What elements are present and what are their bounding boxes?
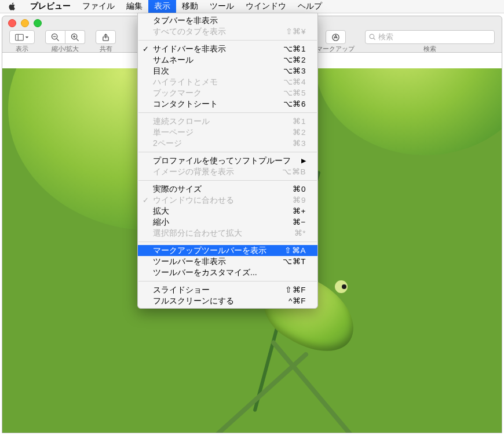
menu-shortcut: ⌘−	[282, 217, 306, 228]
menu-shortcut: ⌥⌘2	[273, 54, 306, 65]
menu-shortcut: ⌘1	[282, 116, 306, 127]
menu-item-label: サイドバーを非表示	[153, 43, 226, 54]
zoom-in-button[interactable]	[65, 30, 85, 44]
menu-separator	[138, 112, 317, 113]
menu-item-label: 2ページ	[153, 138, 182, 149]
menu-item-25[interactable]: ツールバーをカスタマイズ...	[138, 267, 317, 278]
menu-item-label: スライドショー	[153, 284, 210, 295]
menu-item-17[interactable]: 実際のサイズ⌘0	[138, 184, 317, 195]
menu-item-label: イメージの背景を表示	[153, 166, 234, 177]
menubar-item-5[interactable]: ウインドウ	[240, 0, 292, 13]
fullscreen-window-button[interactable]	[34, 19, 42, 27]
menu-item-label: すべてのタブを表示	[153, 26, 226, 37]
menu-shortcut: ⇧⌘A	[274, 245, 306, 256]
menu-shortcut: ⌘0	[282, 184, 306, 195]
menubar-item-1[interactable]: 編集	[120, 0, 148, 13]
view-label: 表示	[16, 45, 28, 53]
menu-shortcut: ⌥⌘B	[272, 166, 306, 177]
menu-item-label: タブバーを非表示	[153, 15, 218, 26]
menu-item-5[interactable]: 目次⌥⌘3	[138, 65, 317, 76]
menu-item-12: 2ページ⌘3	[138, 138, 317, 149]
menu-shortcut: ^⌘F	[278, 295, 306, 306]
menu-item-11: 単一ページ⌘2	[138, 127, 317, 138]
menu-item-28[interactable]: フルスクリーンにする^⌘F	[138, 295, 317, 306]
menu-item-14[interactable]: プロファイルを使ってソフトプルーフ▶	[138, 155, 317, 166]
menu-shortcut: ⌥⌘T	[272, 256, 306, 267]
menu-item-20[interactable]: 縮小⌘−	[138, 217, 317, 228]
search-placeholder: 検索	[378, 32, 393, 42]
menu-shortcut: ⌥⌘1	[273, 43, 306, 54]
menu-item-3[interactable]: ✓サイドバーを非表示⌥⌘1	[138, 43, 317, 54]
view-menu-dropdown: タブバーを非表示すべてのタブを表示⇧⌘¥✓サイドバーを非表示⌥⌘1サムネール⌥⌘…	[137, 13, 318, 309]
share-label: 共有	[100, 45, 112, 53]
menubar: プレビュー ファイル編集表示移動ツールウインドウヘルプ	[0, 0, 504, 13]
submenu-arrow-icon: ▶	[291, 155, 306, 166]
menu-shortcut: ⇧⌘F	[275, 284, 306, 295]
menu-separator	[138, 281, 317, 282]
menubar-item-6[interactable]: ヘルプ	[292, 0, 328, 13]
menu-item-label: ウインドウに合わせる	[153, 195, 234, 206]
menu-shortcut: ⌘2	[282, 127, 306, 138]
menubar-item-4[interactable]: ツール	[204, 0, 240, 13]
traffic-lights	[8, 19, 42, 27]
menubar-item-0[interactable]: ファイル	[76, 0, 120, 13]
svg-line-12	[374, 38, 375, 40]
menu-item-4[interactable]: サムネール⌥⌘2	[138, 54, 317, 65]
menu-item-label: プロファイルを使ってソフトプルーフ	[153, 155, 291, 166]
menu-item-23[interactable]: マークアップツールバーを表示⇧⌘A	[138, 245, 317, 256]
menu-item-1: すべてのタブを表示⇧⌘¥	[138, 26, 317, 37]
menu-item-8[interactable]: コンタクトシート⌥⌘6	[138, 98, 317, 109]
menu-item-10: 連続スクロール⌘1	[138, 116, 317, 127]
minimize-window-button[interactable]	[21, 19, 29, 27]
menu-shortcut: ⇧⌘¥	[275, 26, 306, 37]
menu-shortcut: ⌘+	[282, 206, 306, 217]
menu-shortcut: ⌘9	[282, 195, 306, 206]
menu-item-label: コンタクトシート	[153, 98, 218, 109]
menu-item-label: 実際のサイズ	[153, 184, 202, 195]
menu-item-label: ツールバーを非表示	[153, 256, 226, 267]
menu-item-21: 選択部分に合わせて拡大⌘*	[138, 228, 317, 239]
share-button[interactable]	[96, 30, 116, 44]
search-input[interactable]: 検索	[365, 30, 495, 44]
menu-item-label: 縮小	[153, 217, 169, 228]
menu-shortcut: ⌥⌘6	[273, 98, 306, 109]
menu-item-7: ブックマーク⌥⌘5	[138, 87, 317, 98]
search-icon	[369, 34, 376, 41]
menu-item-label: 単一ページ	[153, 127, 193, 138]
svg-line-3	[56, 38, 59, 41]
menu-separator	[138, 242, 317, 242]
markup-label: マークアップ	[316, 45, 355, 53]
menu-shortcut: ⌥⌘3	[273, 65, 306, 76]
svg-line-6	[76, 38, 78, 41]
menu-item-15: イメージの背景を表示⌥⌘B	[138, 166, 317, 177]
check-icon: ✓	[143, 195, 149, 206]
close-window-button[interactable]	[8, 19, 16, 27]
apple-icon[interactable]	[8, 2, 16, 10]
menu-shortcut: ⌥⌘4	[273, 76, 306, 87]
menu-item-label: 連続スクロール	[153, 116, 210, 127]
sidebar-view-button[interactable]	[9, 30, 35, 44]
menu-item-label: フルスクリーンにする	[153, 295, 234, 306]
search-label: 検索	[423, 45, 436, 53]
menu-item-label: 選択部分に合わせて拡大	[153, 228, 242, 239]
menu-separator	[138, 152, 317, 152]
menu-item-label: ツールバーをカスタマイズ...	[153, 267, 257, 278]
menu-item-label: 拡大	[153, 206, 169, 217]
menu-item-label: マークアップツールバーを表示	[153, 245, 266, 256]
menu-item-label: 目次	[153, 65, 169, 76]
menubar-item-2[interactable]: 表示	[148, 0, 176, 13]
menu-item-18: ✓ウインドウに合わせる⌘9	[138, 195, 317, 206]
menu-item-19[interactable]: 拡大⌘+	[138, 206, 317, 217]
markup-button[interactable]	[326, 30, 346, 44]
menu-item-label: ブックマーク	[153, 87, 202, 98]
menubar-item-3[interactable]: 移動	[176, 0, 204, 13]
zoom-out-button[interactable]	[45, 30, 65, 44]
svg-rect-0	[16, 34, 24, 41]
menu-item-0[interactable]: タブバーを非表示	[138, 15, 317, 26]
menu-item-label: ハイライトとメモ	[153, 76, 218, 87]
menubar-app[interactable]: プレビュー	[24, 0, 76, 13]
menu-item-27[interactable]: スライドショー⇧⌘F	[138, 284, 317, 295]
menu-shortcut: ⌘*	[284, 228, 306, 239]
menu-item-24[interactable]: ツールバーを非表示⌥⌘T	[138, 256, 317, 267]
menu-separator	[138, 180, 317, 181]
